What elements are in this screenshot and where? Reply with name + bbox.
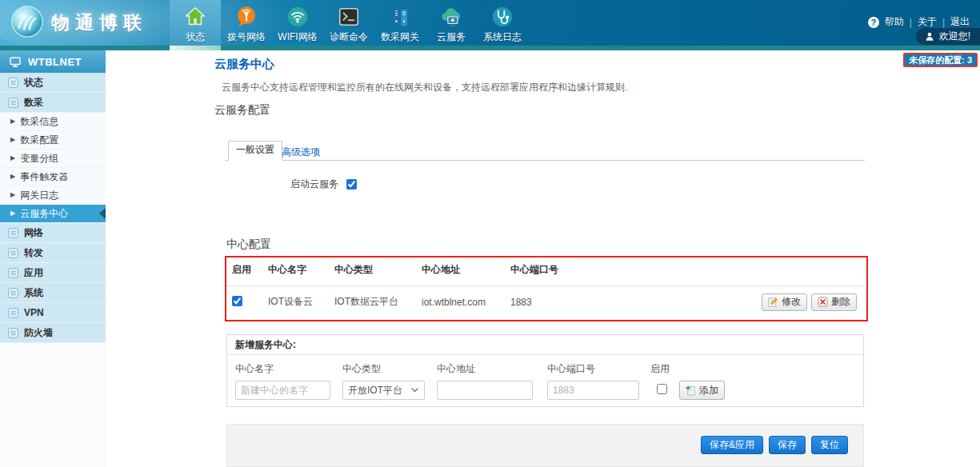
- list-icon: [8, 228, 18, 238]
- delete-icon: [818, 297, 828, 307]
- col-header-enable: 启用: [232, 263, 268, 277]
- list-icon: [8, 248, 18, 258]
- nav-item-dial-network[interactable]: 拨号网络: [221, 0, 272, 50]
- center-type-selected-value: 开放IOT平台: [348, 384, 402, 397]
- edit-button[interactable]: 修改: [762, 293, 807, 311]
- section-center-config: 中心配置: [226, 237, 271, 252]
- sidebar-item-status[interactable]: 状态: [0, 73, 106, 93]
- sidebar-item-vpn[interactable]: VPN: [0, 303, 106, 323]
- save-button[interactable]: 保存: [769, 436, 806, 454]
- sidebar-subitem-data-info[interactable]: ▶ 数采信息: [0, 113, 106, 131]
- sidebar-item-label: 网络: [24, 226, 43, 240]
- page-title: 云服务中心: [214, 57, 274, 72]
- delete-button[interactable]: 删除: [811, 293, 857, 311]
- sidebar-item-label: 数采配置: [20, 134, 58, 147]
- save-apply-button[interactable]: 保存&应用: [701, 436, 763, 454]
- nav-item-data-gateway[interactable]: 数采网关: [374, 0, 426, 50]
- nav-item-cloud-service[interactable]: 云服务: [426, 0, 477, 50]
- home-icon: [183, 5, 207, 29]
- tab-advanced-options[interactable]: 高级选项: [282, 146, 320, 159]
- wifi-icon: [286, 5, 310, 29]
- edit-button-label: 修改: [782, 295, 801, 309]
- sidebar-item-network[interactable]: 网络: [0, 223, 106, 243]
- label-center-name: 中心名字: [235, 362, 274, 376]
- nav-item-status[interactable]: 状态: [170, 0, 221, 50]
- help-link[interactable]: 帮助: [885, 15, 904, 29]
- tab-general-settings[interactable]: 一般设置: [228, 141, 282, 161]
- label-enable: 启用: [650, 362, 670, 376]
- sidebar-item-label: 数采信息: [20, 115, 58, 129]
- add-button-label: 添加: [699, 384, 718, 397]
- top-header: 物通博联 状态 拨号网络 WIFI网络: [0, 0, 980, 46]
- chevron-down-icon: [411, 388, 418, 393]
- sidebar-subitem-event-trigger[interactable]: ▶ 事件触发器: [0, 168, 106, 186]
- enable-cloud-checkbox[interactable]: [346, 179, 357, 190]
- sidebar-item-label: 系统: [24, 286, 43, 300]
- sidebar-item-data-collection[interactable]: 数采: [0, 93, 106, 113]
- sidebar-title: WTBLNET: [28, 56, 82, 68]
- sidebar-item-label: 数采: [24, 96, 43, 110]
- nav-item-system-log[interactable]: 系统日志: [477, 0, 528, 50]
- stethoscope-icon: [490, 5, 514, 29]
- sidebar-subitem-variable-group[interactable]: ▶ 变量分组: [0, 150, 106, 168]
- sidebar: WTBLNET 状态 数采 ▶ 数采信息 ▶ 数采配置 ▶ 变量分组 ▶ 事件触…: [0, 50, 106, 467]
- caret-right-icon: ▶: [10, 174, 15, 180]
- section-cloud-service-config: 云服务配置: [214, 103, 270, 118]
- col-header-type: 中心类型: [334, 263, 422, 277]
- tab-bar: 一般设置 高级选项: [225, 142, 865, 161]
- center-name-input[interactable]: [235, 381, 330, 400]
- sidebar-header: WTBLNET: [0, 50, 106, 73]
- center-type-select[interactable]: 开放IOT平台: [342, 381, 425, 400]
- sidebar-item-label: VPN: [24, 307, 44, 318]
- list-icon: [8, 78, 18, 88]
- sidebar-item-label: 应用: [24, 266, 43, 280]
- row-enable-checkbox[interactable]: [232, 296, 242, 306]
- list-icon: [8, 268, 18, 278]
- col-header-name: 中心名字: [268, 263, 334, 277]
- top-links: ? 帮助 | 关于 | 退出: [868, 15, 970, 29]
- edit-icon: [768, 297, 778, 307]
- add-form-title: 新增服务中心:: [227, 335, 863, 355]
- center-address-input[interactable]: [437, 381, 533, 400]
- welcome-badge[interactable]: 欢迎您!: [916, 28, 980, 45]
- sidebar-item-forwarding[interactable]: 转发: [0, 243, 106, 263]
- center-table-row: IOT设备云 IOT数据云平台 iot.wtblnet.com 1883 修改: [226, 285, 866, 317]
- list-icon: [8, 288, 18, 298]
- cell-center-port: 1883: [510, 297, 761, 308]
- unsaved-config-badge[interactable]: 未保存的配置: 3: [903, 53, 978, 67]
- enable-cloud-row: 启动云服务: [290, 178, 357, 191]
- delete-button-label: 删除: [831, 295, 850, 309]
- sidebar-item-label: 网关日志: [20, 189, 58, 202]
- new-center-enable-checkbox[interactable]: [657, 384, 667, 394]
- col-header-port: 中心端口号: [510, 263, 761, 277]
- terminal-icon: [337, 5, 361, 29]
- page-description: 云服务中心支持远程管理和监控所有的在线网关和设备，支持远程部署应用程序和边缘计算…: [222, 81, 627, 94]
- divider: |: [942, 17, 945, 28]
- center-port-input[interactable]: [547, 381, 639, 400]
- sidebar-item-label: 转发: [24, 246, 43, 260]
- brand-name: 物通博联: [51, 10, 147, 35]
- sidebar-subitem-cloud-service-center[interactable]: ▶ 云服务中心: [0, 205, 106, 223]
- caret-right-icon: ▶: [10, 210, 15, 217]
- sidebar-item-label: 变量分组: [20, 152, 58, 166]
- sidebar-item-label: 状态: [24, 76, 43, 90]
- label-center-type: 中心类型: [342, 362, 381, 376]
- col-header-address: 中心地址: [422, 263, 510, 277]
- cell-center-name: IOT设备云: [268, 295, 334, 309]
- add-button[interactable]: 添加: [679, 381, 725, 400]
- help-icon: ?: [868, 17, 879, 28]
- logout-link[interactable]: 退出: [950, 15, 970, 29]
- sidebar-item-system[interactable]: 系统: [0, 283, 106, 303]
- caret-right-icon: ▶: [10, 137, 15, 143]
- center-table-header: 启用 中心名字 中心类型 中心地址 中心端口号: [226, 257, 866, 281]
- sidebar-item-application[interactable]: 应用: [0, 263, 106, 283]
- cell-center-type: IOT数据云平台: [334, 295, 422, 309]
- reset-button[interactable]: 复位: [811, 436, 848, 454]
- nav-item-diagnostic-command[interactable]: 诊断命令: [323, 0, 374, 50]
- about-link[interactable]: 关于: [918, 15, 937, 29]
- sidebar-subitem-gateway-log[interactable]: ▶ 网关日志: [0, 186, 106, 205]
- divider: |: [910, 17, 912, 28]
- nav-item-wifi-network[interactable]: WIFI网络: [272, 0, 323, 50]
- sidebar-item-firewall[interactable]: 防火墙: [0, 323, 106, 343]
- sidebar-subitem-data-config[interactable]: ▶ 数采配置: [0, 131, 106, 150]
